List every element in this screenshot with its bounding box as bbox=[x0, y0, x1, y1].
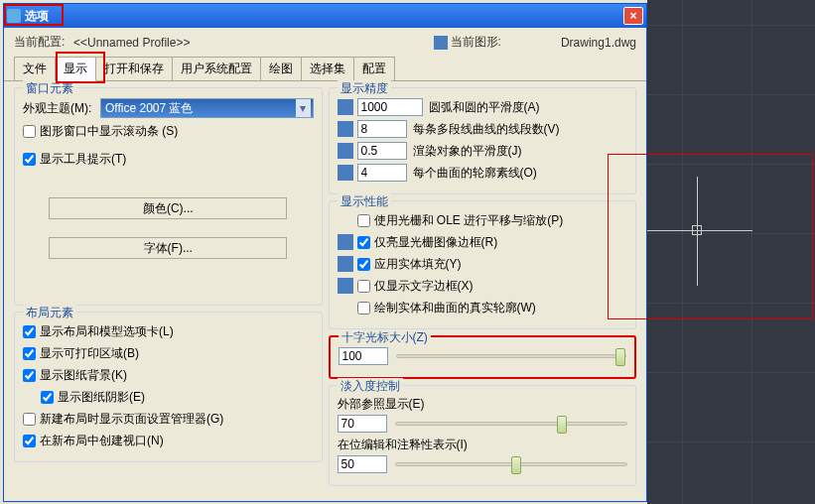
crosshair-size-slider[interactable] bbox=[396, 354, 627, 358]
page-setup-mgr-checkbox[interactable]: 新建布局时显示页面设置管理器(G) bbox=[23, 411, 223, 428]
options-dialog: 选项 × 当前配置: <<Unnamed Profile>> 当前图形: Dra… bbox=[3, 3, 647, 502]
viewport-new-layout-checkbox[interactable]: 在新布局中创建视口(N) bbox=[23, 433, 164, 449]
app-icon bbox=[7, 9, 21, 23]
current-profile-label: 当前配置: bbox=[14, 34, 73, 51]
printable-area-checkbox[interactable]: 显示可打印区域(B) bbox=[23, 345, 139, 362]
paper-bg-checkbox[interactable]: 显示图纸背景(K) bbox=[23, 367, 127, 384]
tab-selection[interactable]: 选择集 bbox=[301, 57, 354, 80]
contour-lines-input[interactable] bbox=[357, 164, 407, 182]
colors-button[interactable]: 颜色(C)... bbox=[49, 197, 287, 219]
scrollbars-checkbox[interactable]: 图形窗口中显示滚动条 (S) bbox=[23, 123, 178, 140]
fonts-button[interactable]: 字体(F)... bbox=[49, 237, 287, 259]
inplace-edit-label: 在位编辑和注释性表示(I) bbox=[338, 437, 628, 453]
current-drawing-label: 当前图形: bbox=[451, 34, 501, 51]
crosshair-size-group: 十字光标大小(Z) bbox=[329, 335, 637, 379]
tab-user-prefs[interactable]: 用户系统配置 bbox=[172, 57, 261, 80]
dwg-icon bbox=[338, 143, 353, 159]
layout-tabs-checkbox[interactable]: 显示布局和模型选项卡(L) bbox=[23, 323, 174, 340]
slider-thumb[interactable] bbox=[511, 456, 521, 474]
pan-zoom-raster-checkbox[interactable]: 使用光栅和 OLE 进行平移与缩放(P) bbox=[357, 212, 564, 229]
tab-drafting[interactable]: 绘图 bbox=[260, 57, 302, 80]
inplace-fade-slider[interactable] bbox=[395, 462, 628, 466]
xref-display-label: 外部参照显示(E) bbox=[338, 396, 628, 413]
dialog-buttons: 确定 取消 应用(A) 帮助(H) bbox=[4, 498, 646, 504]
rendered-smoothness-label: 渲染对象的平滑度(J) bbox=[413, 143, 522, 160]
polyline-segments-input[interactable] bbox=[357, 120, 407, 138]
window-elements-group: 窗口元素 外观主题(M): Office 2007 蓝色 图形窗口中显示滚动条 … bbox=[14, 87, 323, 306]
tab-display[interactable]: 显示 bbox=[55, 57, 96, 81]
tab-file[interactable]: 文件 bbox=[14, 57, 56, 80]
dwg-icon bbox=[338, 234, 353, 250]
group-title: 窗口元素 bbox=[23, 80, 76, 97]
group-title: 显示性能 bbox=[338, 193, 391, 210]
display-performance-group: 显示性能 使用光栅和 OLE 进行平移与缩放(P) 仅亮显光栅图像边框(R) 应… bbox=[329, 200, 637, 329]
polyline-segments-label: 每条多段线曲线的线段数(V) bbox=[413, 121, 560, 138]
tab-open-save[interactable]: 打开和保存 bbox=[95, 57, 173, 80]
contour-lines-label: 每个曲面的轮廓素线(O) bbox=[413, 165, 537, 182]
close-button[interactable]: × bbox=[623, 7, 643, 25]
current-drawing-value: Drawing1.dwg bbox=[561, 36, 636, 50]
dwg-icon bbox=[338, 99, 353, 115]
drawing-icon bbox=[434, 36, 448, 50]
titlebar[interactable]: 选项 × bbox=[4, 4, 646, 28]
dialog-title: 选项 bbox=[25, 8, 623, 25]
fade-control-group: 淡入度控制 外部参照显示(E) 在位编辑和注释性表示(I) bbox=[329, 385, 637, 486]
current-profile-value: <<Unnamed Profile>> bbox=[73, 36, 434, 50]
group-title: 显示精度 bbox=[338, 80, 391, 97]
annotation-box bbox=[608, 154, 813, 319]
arc-smoothness-input[interactable] bbox=[357, 98, 423, 116]
apply-solid-fill-checkbox[interactable]: 应用实体填充(Y) bbox=[357, 256, 462, 273]
slider-thumb[interactable] bbox=[557, 416, 567, 434]
profile-row: 当前配置: <<Unnamed Profile>> 当前图形: Drawing1… bbox=[4, 28, 646, 57]
group-title: 十字光标大小(Z) bbox=[339, 329, 431, 346]
dwg-icon bbox=[338, 256, 353, 272]
slider-thumb[interactable] bbox=[615, 348, 625, 366]
xref-fade-slider[interactable] bbox=[395, 422, 628, 426]
tooltips-checkbox[interactable]: 显示工具提示(T) bbox=[23, 151, 126, 168]
text-frame-only-checkbox[interactable]: 仅显示文字边框(X) bbox=[357, 278, 474, 295]
theme-dropdown[interactable]: Office 2007 蓝色 bbox=[100, 98, 314, 118]
paper-shadow-checkbox[interactable]: 显示图纸阴影(E) bbox=[41, 389, 145, 406]
dwg-icon bbox=[338, 278, 353, 294]
theme-label: 外观主题(M): bbox=[23, 100, 100, 117]
layout-elements-group: 布局元素 显示布局和模型选项卡(L) 显示可打印区域(B) 显示图纸背景(K) … bbox=[14, 312, 323, 462]
xref-fade-input[interactable] bbox=[338, 415, 387, 433]
dwg-icon bbox=[338, 121, 353, 137]
tab-profiles[interactable]: 配置 bbox=[353, 57, 395, 80]
display-resolution-group: 显示精度 圆弧和圆的平滑度(A) 每条多段线曲线的线段数(V) 渲染对象的平滑度… bbox=[329, 87, 637, 194]
tab-bar: 文件 显示 打开和保存 用户系统配置 绘图 选择集 配置 bbox=[4, 57, 646, 81]
rendered-smoothness-input[interactable] bbox=[357, 142, 407, 160]
dwg-icon bbox=[338, 165, 353, 181]
inplace-fade-input[interactable] bbox=[338, 455, 387, 473]
group-title: 淡入度控制 bbox=[338, 378, 403, 395]
arc-smoothness-label: 圆弧和圆的平滑度(A) bbox=[429, 99, 540, 116]
group-title: 布局元素 bbox=[23, 305, 76, 321]
true-silhouettes-checkbox[interactable]: 绘制实体和曲面的真实轮廓(W) bbox=[357, 300, 536, 316]
crosshair-size-input[interactable] bbox=[339, 347, 388, 365]
highlight-raster-frame-checkbox[interactable]: 仅亮显光栅图像边框(R) bbox=[357, 234, 498, 251]
